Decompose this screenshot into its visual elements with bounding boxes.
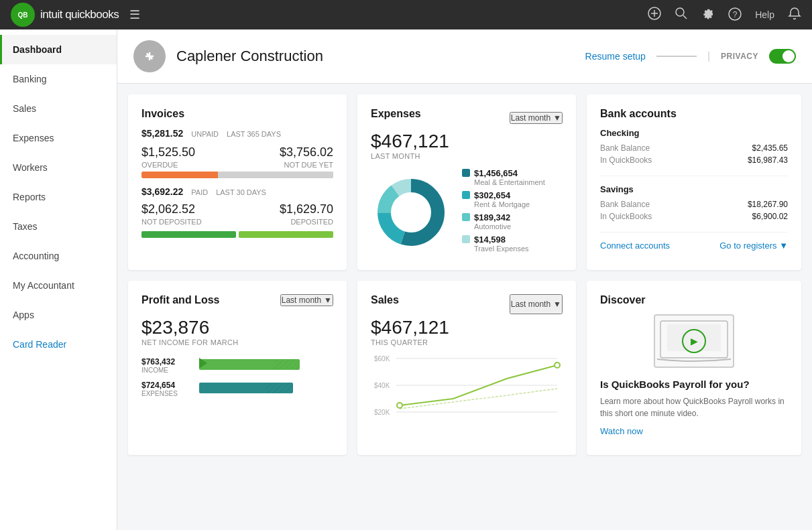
invoices-paid-amount: $3,692.22: [141, 186, 183, 197]
legend-color-3: [462, 235, 470, 243]
svg-point-16: [392, 194, 430, 231]
privacy-toggle[interactable]: [769, 49, 796, 64]
main-content: Caplener Construction Resume setup | PRI…: [117, 29, 812, 530]
checking-bank-balance-row: Bank Balance $2,435.65: [600, 143, 788, 153]
svg-text:?: ?: [733, 10, 738, 19]
bank-savings-section: Savings Bank Balance $18,267.90 In Quick…: [600, 184, 788, 221]
invoices-last-30-label: LAST 30 DAYS: [216, 188, 266, 196]
resume-setup-link[interactable]: Resume setup: [585, 51, 646, 62]
bank-savings-title: Savings: [600, 184, 788, 194]
sidebar-item-expenses[interactable]: Expenses: [0, 123, 117, 153]
savings-bank-balance-row: Bank Balance $18,267.90: [600, 200, 788, 209]
not-deposited-bar: [141, 231, 236, 238]
invoices-split-top: $1,525.50 OVERDUE $3,756.02 NOT DUE YET: [141, 145, 333, 169]
legend-item-0: $1,456,654 Meal & Entertainment: [462, 168, 563, 186]
qb-logo-icon: QB: [11, 3, 35, 27]
invoices-paid-row: $3,692.22 PAID LAST 30 DAYS: [141, 186, 333, 197]
savings-qb-balance-row: In QuickBooks $6,900.02: [600, 212, 788, 221]
sales-subtitle: THIS QUARTER: [371, 338, 563, 346]
invoices-not-due-amount: $3,756.02: [280, 145, 333, 159]
invoices-not-deposited-amount: $2,062.52: [141, 202, 202, 216]
invoices-paid-label: PAID: [191, 188, 208, 196]
expenses-title: Expenses: [371, 108, 421, 120]
header-divider: |: [707, 50, 710, 62]
svg-text:QB: QB: [18, 11, 28, 19]
sales-period-button[interactable]: Last month ▼: [510, 294, 563, 314]
pnl-period-label: Last month: [282, 295, 321, 305]
registers-label: Go to registers: [719, 241, 776, 251]
invoices-not-deposited-label: NOT DEPOSITED: [141, 218, 202, 226]
legend-label-0: Meal & Entertainment: [474, 178, 545, 186]
bank-checking-section: Checking Bank Balance $2,435.65 In Quick…: [600, 128, 788, 165]
invoices-unpaid-amount: $5,281.52: [141, 128, 183, 139]
help-icon[interactable]: ?: [728, 7, 742, 23]
bell-icon[interactable]: [788, 7, 801, 23]
legend-item-2: $189,342 Automotive: [462, 212, 563, 230]
invoices-overdue-amount: $1,525.50: [141, 145, 195, 159]
sales-period-chevron-icon: ▼: [553, 300, 561, 309]
logo: QB intuit quickbooks: [11, 3, 119, 27]
company-name: Caplener Construction: [176, 48, 323, 65]
svg-point-31: [555, 362, 560, 368]
invoices-unpaid-label: UNPAID: [191, 130, 219, 138]
sidebar-item-workers[interactable]: Workers: [0, 153, 117, 182]
help-text-label[interactable]: Help: [755, 9, 774, 20]
expenses-period-label: Last month: [511, 113, 550, 123]
discover-title: Discover: [600, 294, 788, 306]
play-button-icon: ▶: [682, 329, 706, 353]
legend-text-3: $14,598 Travel Expenses: [474, 235, 529, 253]
sales-header: Sales Last month ▼: [371, 294, 563, 314]
pnl-income-bar-container: [199, 358, 333, 374]
sidebar-item-accounting[interactable]: Accounting: [0, 241, 117, 271]
header-actions: Resume setup | PRIVACY: [585, 49, 796, 64]
hamburger-menu-icon[interactable]: ☰: [129, 7, 140, 22]
invoices-unpaid-row: $5,281.52 UNPAID LAST 365 DAYS: [141, 128, 333, 139]
pnl-period-button[interactable]: Last month ▼: [280, 294, 333, 306]
registers-chevron-icon: ▼: [779, 241, 788, 251]
sidebar-item-banking[interactable]: Banking: [0, 64, 117, 94]
expenses-donut-chart: [371, 172, 451, 253]
bank-accounts-title: Bank accounts: [600, 108, 788, 120]
expenses-amount: $467,121: [371, 131, 563, 152]
sidebar-item-my-accountant[interactable]: My Accountant: [0, 271, 117, 300]
invoices-not-due-label: NOT DUE YET: [280, 161, 333, 169]
discover-video-thumbnail[interactable]: ▶: [654, 314, 734, 368]
not-due-bar: [218, 172, 333, 178]
deposited-bar: [239, 231, 333, 238]
expenses-period-button[interactable]: Last month ▼: [510, 112, 563, 124]
sidebar-item-apps[interactable]: Apps: [0, 300, 117, 330]
pnl-expenses-label-group: $724,654 EXPENSES: [141, 381, 188, 397]
sidebar-item-taxes[interactable]: Taxes: [0, 212, 117, 241]
pnl-expenses-row: $724,654 EXPENSES: [141, 381, 333, 397]
invoices-split-bottom: $2,062.52 NOT DEPOSITED $1,629.70 DEPOSI…: [141, 202, 333, 226]
pnl-expenses-amount: $724,654: [141, 381, 188, 390]
invoices-green-bars: [141, 231, 333, 238]
gear-icon[interactable]: [701, 7, 715, 23]
legend-color-2: [462, 213, 470, 221]
invoices-progress-bar: [141, 172, 333, 178]
sidebar-item-sales[interactable]: Sales: [0, 94, 117, 123]
invoices-deposited-label: DEPOSITED: [280, 218, 333, 226]
pnl-income-label-group: $763,432 INCOME: [141, 357, 188, 374]
sidebar-item-card-reader[interactable]: Card Reader: [0, 330, 117, 359]
svg-text:$40K: $40K: [374, 382, 390, 389]
watch-now-link[interactable]: Watch now: [600, 426, 643, 436]
go-to-registers-link[interactable]: Go to registers ▼: [719, 241, 788, 251]
add-icon[interactable]: [648, 7, 661, 23]
invoices-deposited: $1,629.70 DEPOSITED: [280, 202, 333, 226]
sidebar-item-dashboard[interactable]: Dashboard: [0, 35, 117, 64]
pnl-income-bar-svg: [199, 358, 333, 371]
pnl-amount: $23,876: [141, 317, 333, 338]
brand-name: intuit quickbooks: [40, 8, 119, 21]
sidebar-item-reports[interactable]: Reports: [0, 182, 117, 212]
legend-color-0: [462, 169, 470, 177]
search-icon[interactable]: [675, 7, 688, 23]
checking-bank-balance-value: $2,435.65: [752, 143, 788, 153]
legend-amount-0: $1,456,654: [474, 168, 545, 178]
sales-line-chart: $60K $40K $20K: [371, 352, 563, 439]
sales-period-label: Last month: [511, 300, 550, 309]
savings-qb-balance-value: $6,900.02: [752, 212, 788, 221]
invoices-overdue-label: OVERDUE: [141, 161, 195, 169]
company-avatar: [133, 40, 166, 72]
connect-accounts-link[interactable]: Connect accounts: [600, 241, 670, 251]
